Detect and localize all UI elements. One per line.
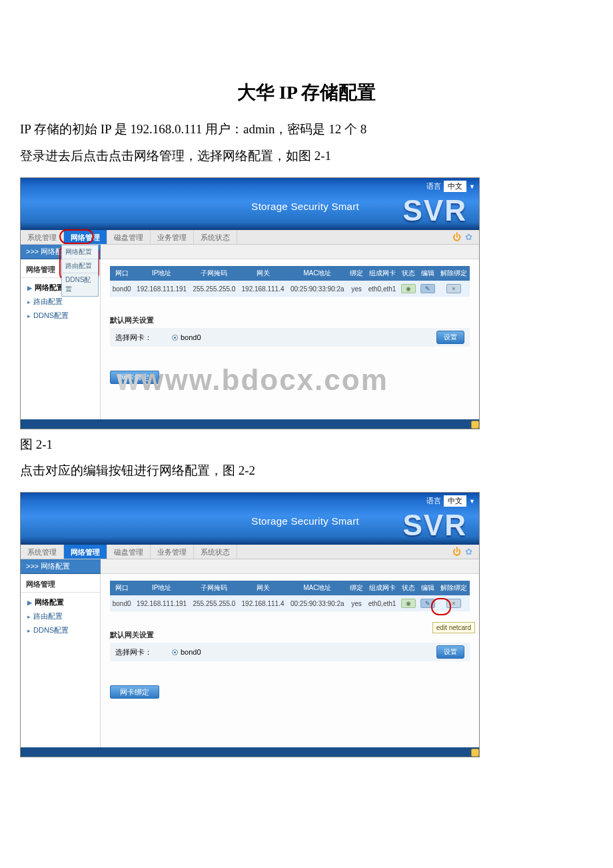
th-ip: IP地址 [133,266,190,281]
lang-label: 语言 [426,496,441,506]
nic-radio-bond0[interactable]: bond0 [172,333,201,341]
lang-value[interactable]: 中文 [444,495,466,507]
crumb-spacer [101,245,479,259]
th-unbind: 解除绑定 [438,581,470,595]
gear-icon[interactable]: ✿ [465,547,472,557]
main-content: 网口 IP地址 子网掩码 网关 MAC地址 绑定 组成网卡 状态 编辑 解除绑定… [101,574,479,747]
cell-ip: 192.168.111.191 [133,281,190,297]
radio-label: bond0 [181,333,201,341]
svr-logo: SVR [403,194,467,227]
cell-nics: eth0,eth1 [366,595,399,611]
tab-system-mgmt[interactable]: 系统管理 [21,545,64,559]
network-table: 网口 IP地址 子网掩码 网关 MAC地址 绑定 组成网卡 状态 编辑 解除绑定… [110,581,470,611]
cell-port: bond0 [110,281,133,297]
select-nic-label: 选择网卡： [115,647,152,657]
th-status: 状态 [398,581,418,595]
lang-label: 语言 [426,181,441,191]
language-switcher[interactable]: 语言 中文 ▼ [426,495,475,507]
nic-bind-button[interactable]: 网卡绑定 [110,371,159,384]
dropdown-item-net-config[interactable]: 网络配置 [62,245,98,259]
th-gw: 网关 [239,581,287,595]
side-item-route-config[interactable]: ▸路由配置 [21,609,100,623]
tab-system-status[interactable]: 系统状态 [194,230,237,244]
resize-handle-icon[interactable] [471,421,479,429]
set-gateway-button[interactable]: 设置 [436,331,464,344]
side-item-ddns-config[interactable]: ▸DDNS配置 [21,309,100,323]
power-icon[interactable]: ⏻ [452,232,461,242]
brand-tagline: Storage Security Smart [251,201,359,212]
status-icon[interactable]: ◉ [401,284,416,293]
chevron-down-icon: ▼ [469,183,475,190]
edit-button[interactable]: ✎ [420,284,435,293]
table-row: bond0 192.168.111.191 255.255.255.0 192.… [110,595,470,611]
network-table: 网口 IP地址 子网掩码 网关 MAC地址 绑定 组成网卡 状态 编辑 解除绑定… [110,266,470,297]
cell-bind: yes [347,281,365,297]
nic-radio-bond0[interactable]: bond0 [172,648,201,656]
gear-icon[interactable]: ✿ [465,232,472,242]
brand-tagline: Storage Security Smart [251,515,359,527]
nic-bind-button[interactable]: 网卡绑定 [110,685,159,699]
radio-dot-icon [172,649,178,655]
arrow-icon: ▸ [27,313,31,319]
cell-edit: ✎ [418,281,438,297]
intro-line-3: 点击对应的编辑按钮进行网络配置，图 2-2 [20,459,593,483]
top-tab-bar: 系统管理 网络管理 磁盘管理 业务管理 系统状态 ⏻ ✿ [21,545,479,559]
status-icon[interactable]: ◉ [401,599,416,608]
cell-unbind: × [438,281,470,297]
dropdown-item-route-config[interactable]: 路由配置 [62,259,98,273]
side-item-label: 网络配置 [35,283,64,293]
gateway-title: 默认网关设置 [110,315,470,325]
side-nav-header: 网络管理 [21,574,100,593]
side-item-route-config[interactable]: ▸路由配置 [21,295,100,309]
side-item-label: 路由配置 [33,297,63,307]
tab-system-status[interactable]: 系统状态 [194,545,237,559]
set-gateway-button[interactable]: 设置 [436,645,464,659]
edit-tooltip: edit netcard [432,622,475,633]
unbind-button[interactable]: × [446,284,461,293]
table-row: bond0 192.168.111.191 255.255.255.0 192.… [110,281,470,297]
th-edit: 编辑 [418,266,438,281]
side-item-ddns-config[interactable]: ▸DDNS配置 [21,623,100,637]
arrow-icon: ▸ [27,613,31,620]
intro-line-1: IP 存储的初始 IP 是 192.168.0.111 用户：admin，密码是… [20,117,593,141]
th-nics: 组成网卡 [366,581,399,595]
tab-system-mgmt[interactable]: 系统管理 [21,230,64,244]
gateway-title: 默认网关设置 [110,630,470,640]
resize-handle-icon[interactable] [471,749,479,757]
lang-value[interactable]: 中文 [444,181,466,192]
arrow-icon: ▸ [27,299,31,305]
cell-mac: 00:25:90:33:90:2a [287,281,347,297]
th-port: 网口 [110,266,133,281]
breadcrumb: >>> 网络配置 [21,559,101,574]
cell-bind: yes [347,595,365,611]
app-banner: 语言 中文 ▼ Storage Security Smart SVR [21,178,479,230]
tab-service-mgmt[interactable]: 业务管理 [151,545,194,559]
tab-network-mgmt[interactable]: 网络管理 [64,545,107,559]
default-gateway-section: 默认网关设置 选择网卡： bond0 设置 [110,315,470,347]
power-icon[interactable]: ⏻ [452,547,461,557]
cell-mask: 255.255.255.0 [190,281,239,297]
side-item-label: 路由配置 [33,611,63,621]
th-port: 网口 [110,581,133,595]
cell-mac: 00:25:90:33:90:2a [287,595,347,611]
side-item-label: 网络配置 [35,597,64,607]
radio-dot-icon [172,335,178,341]
side-item-net-config[interactable]: ▶网络配置 [21,595,100,609]
th-gw: 网关 [239,266,287,281]
figure-label-2-1: 图 2-1 [20,436,593,453]
network-dropdown[interactable]: 网络配置 路由配置 DDNS配置 [61,245,99,297]
crumb-spacer [101,559,479,574]
select-nic-label: 选择网卡： [115,333,152,343]
tab-disk-mgmt[interactable]: 磁盘管理 [107,230,151,244]
th-edit: 编辑 [418,581,438,595]
document-title: 大华 IP 存储配置 [20,80,593,105]
screenshot-figure-2-1: 语言 中文 ▼ Storage Security Smart SVR 系统管理 … [20,177,480,429]
language-switcher[interactable]: 语言 中文 ▼ [426,181,475,192]
tab-service-mgmt[interactable]: 业务管理 [151,230,194,244]
cell-gw: 192.168.111.4 [239,595,287,611]
th-bind: 绑定 [347,266,365,281]
dropdown-item-ddns-config[interactable]: DDNS配置 [62,273,98,296]
cell-port: bond0 [110,595,133,611]
app-footer [21,747,479,757]
tab-disk-mgmt[interactable]: 磁盘管理 [107,545,151,559]
